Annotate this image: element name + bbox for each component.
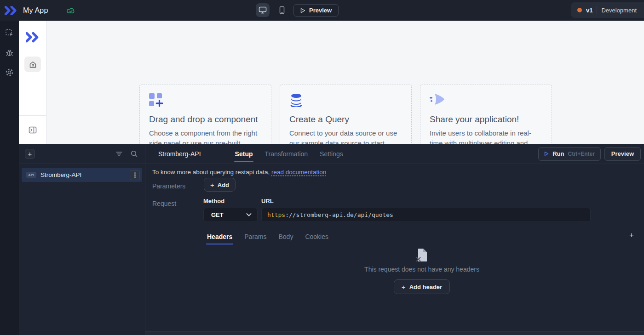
response-preview-button[interactable]: Preview bbox=[604, 147, 641, 161]
share-plane-icon bbox=[430, 93, 542, 107]
environment-label: Development bbox=[601, 7, 637, 14]
editor-tabs: Setup Transformation Settings bbox=[235, 144, 343, 164]
add-query-button[interactable]: + bbox=[25, 149, 35, 159]
database-icon bbox=[289, 93, 402, 107]
preview-label: Preview bbox=[309, 7, 332, 14]
bug-icon[interactable] bbox=[4, 47, 15, 58]
filter-icon[interactable] bbox=[116, 151, 122, 157]
headers-empty-state: This request does not have any headers +… bbox=[200, 248, 644, 294]
environment-selector[interactable]: v1 Development bbox=[571, 2, 644, 18]
app-logo-icon bbox=[26, 32, 40, 43]
url-scheme: https bbox=[267, 211, 285, 218]
url-input[interactable]: https://stromberg-api.de/api/quotes bbox=[261, 208, 591, 222]
parameters-label: Parameters bbox=[152, 182, 185, 190]
onboarding-card-create-query[interactable]: Create a Query Connect to your data sour… bbox=[280, 85, 412, 144]
canvas: Drag and drop a component Choose a compo… bbox=[19, 21, 644, 144]
documentation-hint: To know more about querying restapi data… bbox=[152, 169, 326, 176]
play-icon bbox=[300, 8, 305, 13]
preview-label: Preview bbox=[611, 150, 634, 157]
plus-icon: + bbox=[210, 182, 214, 188]
add-parameter-button[interactable]: + Add bbox=[204, 178, 236, 192]
search-icon[interactable] bbox=[131, 150, 138, 157]
left-rail bbox=[0, 21, 19, 335]
version-label: v1 bbox=[586, 7, 592, 14]
method-value: GET bbox=[211, 211, 224, 218]
run-shortcut: Ctrl+Enter bbox=[568, 151, 594, 157]
desktop-mode-icon[interactable] bbox=[256, 3, 270, 17]
add-tab-plus-icon[interactable]: + bbox=[629, 231, 634, 239]
tab-cookies[interactable]: Cookies bbox=[305, 229, 328, 244]
env-status-dot bbox=[577, 8, 582, 12]
method-label: Method bbox=[203, 198, 224, 204]
editor-footer-strip bbox=[145, 331, 644, 335]
card-body: Invite users to collaborate in real-time… bbox=[430, 128, 542, 144]
query-list-header: + bbox=[19, 144, 145, 164]
query-list: API Stromberg-API bbox=[19, 164, 145, 335]
card-title: Share your application! bbox=[430, 114, 542, 125]
add-label: Add bbox=[218, 182, 229, 188]
tab-body[interactable]: Body bbox=[279, 229, 293, 244]
onboarding-card-drag-drop[interactable]: Drag and drop a component Choose a compo… bbox=[139, 85, 271, 144]
api-pill-icon: API bbox=[26, 172, 36, 178]
request-label: Request bbox=[152, 200, 176, 207]
document-x-icon bbox=[415, 248, 428, 262]
app-logo-icon[interactable] bbox=[5, 6, 17, 15]
app-name[interactable]: My App bbox=[23, 6, 48, 15]
pages-sidebar bbox=[19, 21, 46, 144]
add-header-button[interactable]: + Add header bbox=[394, 279, 450, 294]
home-icon bbox=[29, 61, 37, 68]
read-documentation-link[interactable]: read documentation bbox=[271, 169, 326, 176]
query-item-menu-button[interactable] bbox=[130, 170, 140, 180]
card-title: Create a Query bbox=[289, 114, 402, 125]
tab-headers[interactable]: Headers bbox=[207, 229, 232, 244]
hint-text: To know more about querying restapi data… bbox=[152, 169, 271, 176]
brand: My App bbox=[5, 0, 75, 21]
chevron-down-icon bbox=[246, 213, 252, 216]
query-name-tab[interactable]: Stromberg-API bbox=[158, 150, 201, 158]
topbar: My App Preview bbox=[0, 0, 644, 21]
run-button[interactable]: Run Ctrl+Enter bbox=[538, 147, 601, 161]
mobile-mode-icon[interactable] bbox=[275, 3, 289, 17]
tab-params[interactable]: Params bbox=[244, 229, 266, 244]
query-editor-panel: + Stromberg-API Setup Transformation Set… bbox=[19, 144, 644, 335]
url-rest: ://stromberg-api.de/api/quotes bbox=[285, 211, 393, 218]
tab-setup[interactable]: Setup bbox=[235, 144, 253, 164]
url-label: URL bbox=[261, 198, 274, 204]
card-title: Drag and drop a component bbox=[149, 114, 262, 125]
query-item-label: Stromberg-API bbox=[40, 171, 81, 178]
pages-sidebar-footer bbox=[19, 115, 46, 144]
play-icon bbox=[544, 151, 549, 156]
editor-body: To know more about querying restapi data… bbox=[145, 164, 644, 335]
device-toggle-group bbox=[256, 3, 289, 17]
editor-header: Stromberg-API Setup Transformation Setti… bbox=[145, 144, 644, 164]
card-body: Connect to your data source or use our s… bbox=[289, 128, 402, 144]
cloud-saved-icon bbox=[67, 7, 75, 14]
widgets-plus-icon bbox=[149, 93, 262, 107]
panel-body: API Stromberg-API To know more about que… bbox=[19, 164, 644, 335]
collapse-panel-icon[interactable] bbox=[29, 126, 37, 134]
divider bbox=[597, 6, 597, 14]
preview-button[interactable]: Preview bbox=[293, 4, 339, 17]
home-page-button[interactable] bbox=[24, 57, 41, 72]
kebab-icon bbox=[134, 172, 136, 178]
header-actions: Run Ctrl+Enter Preview bbox=[538, 147, 644, 161]
tab-settings[interactable]: Settings bbox=[320, 144, 343, 164]
empty-state-text: This request does not have any headers bbox=[364, 266, 479, 273]
select-tool-icon[interactable] bbox=[4, 27, 15, 38]
query-list-item[interactable]: API Stromberg-API bbox=[22, 168, 142, 182]
panel-header: + Stromberg-API Setup Transformation Set… bbox=[19, 144, 644, 164]
card-body: Choose a component from the right side p… bbox=[149, 128, 262, 144]
tab-transformation[interactable]: Transformation bbox=[264, 144, 308, 164]
gear-icon[interactable] bbox=[4, 67, 15, 78]
method-select[interactable]: GET bbox=[203, 208, 258, 222]
onboarding-card-share[interactable]: Share your application! Invite users to … bbox=[420, 85, 552, 144]
request-config-tabs: Headers Params Body Cookies bbox=[207, 229, 328, 244]
add-header-label: Add header bbox=[409, 284, 443, 290]
plus-icon: + bbox=[402, 284, 406, 290]
run-label: Run bbox=[552, 150, 564, 157]
plus-icon: + bbox=[28, 150, 32, 157]
